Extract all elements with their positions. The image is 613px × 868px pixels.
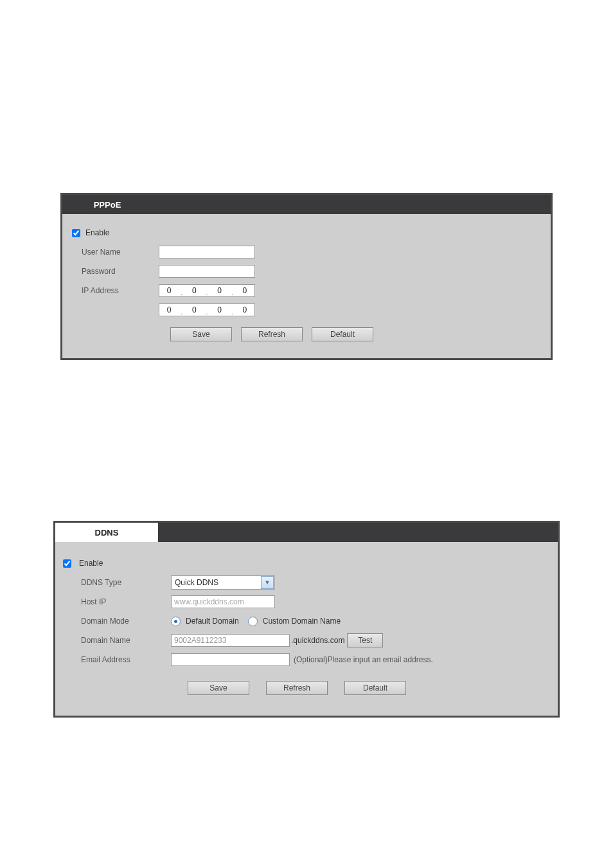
email-hint: (Optional)Please input an email address.	[294, 655, 433, 664]
hostip-label: Host IP	[55, 597, 171, 606]
email-input[interactable]	[171, 653, 290, 666]
domain-mode-custom-label: Custom Domain Name	[263, 617, 341, 626]
test-button[interactable]: Test	[347, 633, 383, 647]
ddns-enable-label: Enable	[79, 559, 103, 568]
username-label: User Name	[62, 248, 159, 257]
domain-mode-label: Domain Mode	[55, 617, 171, 626]
pppoe-default-button[interactable]: Default	[312, 327, 373, 341]
ddns-type-select[interactable]: Quick DDNS ▼	[171, 575, 275, 590]
domain-suffix: .quickddns.com	[291, 636, 344, 645]
ip-address-1[interactable]: 0. 0. 0. 0	[159, 284, 255, 297]
email-label: Email Address	[55, 655, 171, 664]
domain-name-label: Domain Name	[55, 636, 171, 645]
ip-address-label: IP Address	[62, 286, 159, 295]
username-input[interactable]	[159, 246, 255, 258]
ddns-title: DDNS	[55, 523, 158, 542]
ddns-save-button[interactable]: Save	[188, 681, 249, 695]
pppoe-save-button[interactable]: Save	[170, 327, 232, 341]
ddns-enable-checkbox[interactable]	[63, 559, 71, 568]
ddns-refresh-button[interactable]: Refresh	[266, 681, 328, 695]
password-label: Password	[62, 267, 159, 276]
pppoe-title: PPPoE	[62, 195, 152, 214]
pppoe-panel: PPPoE Enable User Name Password IP Addre…	[60, 193, 553, 360]
ddns-type-value: Quick DDNS	[172, 578, 260, 587]
domain-name-input[interactable]	[171, 634, 290, 647]
ddns-type-label: DDNS Type	[55, 578, 171, 587]
pppoe-enable-label: Enable	[85, 228, 109, 237]
pppoe-header: PPPoE	[62, 195, 551, 214]
pppoe-enable-checkbox[interactable]	[72, 229, 80, 237]
ddns-header: DDNS	[55, 523, 558, 542]
domain-mode-custom-radio[interactable]	[248, 617, 258, 626]
ddns-panel: DDNS Enable DDNS Type Quick DDNS ▼ Host …	[53, 521, 560, 718]
chevron-down-icon: ▼	[261, 576, 274, 589]
password-input[interactable]	[159, 265, 255, 278]
ip-address-2[interactable]: 0. 0. 0. 0	[159, 303, 255, 316]
ddns-default-button[interactable]: Default	[344, 681, 406, 695]
hostip-input[interactable]	[171, 595, 275, 608]
pppoe-refresh-button[interactable]: Refresh	[241, 327, 303, 341]
domain-mode-default-label: Default Domain	[186, 617, 239, 626]
domain-mode-default-radio[interactable]	[171, 617, 181, 626]
